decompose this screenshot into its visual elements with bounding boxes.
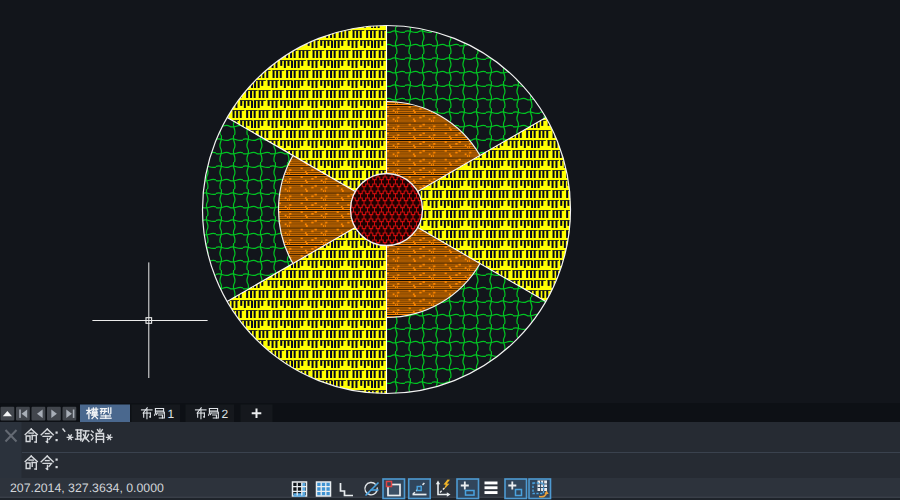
svg-text:207.2014, 327.3634, 0.0000: 207.2014, 327.3634, 0.0000: [10, 481, 164, 495]
svg-text:1: 1: [168, 407, 175, 421]
svg-text:2: 2: [222, 407, 229, 421]
